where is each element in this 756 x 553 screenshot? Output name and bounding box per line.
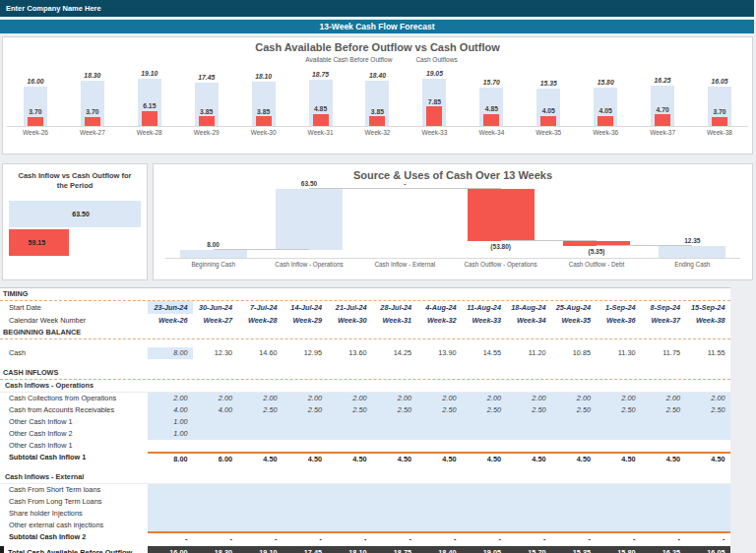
input-cell[interactable] <box>416 484 462 496</box>
input-cell[interactable]: 2.00 <box>641 393 686 404</box>
input-cell[interactable] <box>283 520 328 531</box>
input-cell[interactable] <box>148 508 193 520</box>
input-cell[interactable]: 2.50 <box>327 404 372 416</box>
input-cell[interactable] <box>596 484 641 496</box>
input-cell[interactable] <box>327 416 372 428</box>
input-cell[interactable] <box>506 508 551 520</box>
input-cell[interactable] <box>193 496 238 508</box>
input-cell[interactable] <box>596 496 641 508</box>
input-cell[interactable] <box>641 520 686 531</box>
input-cell[interactable]: 2.50 <box>462 404 507 416</box>
input-cell[interactable] <box>506 484 551 496</box>
input-cell[interactable]: 2.50 <box>283 404 328 416</box>
input-cell[interactable] <box>416 496 462 508</box>
input-cell[interactable] <box>283 484 328 496</box>
input-cell[interactable] <box>506 428 551 440</box>
input-cell[interactable] <box>416 428 462 440</box>
input-cell[interactable]: 2.00 <box>596 393 641 404</box>
input-cell[interactable] <box>237 508 283 520</box>
input-cell[interactable]: 2.00 <box>506 393 551 404</box>
input-cell[interactable] <box>685 508 730 520</box>
input-cell[interactable] <box>327 508 372 520</box>
input-cell[interactable] <box>462 520 507 531</box>
input-cell[interactable] <box>327 520 372 531</box>
input-cell[interactable] <box>685 428 730 440</box>
input-cell[interactable] <box>283 416 328 428</box>
input-cell[interactable] <box>596 508 641 520</box>
input-cell[interactable]: 2.00 <box>193 393 238 404</box>
input-cell[interactable] <box>283 428 328 440</box>
input-cell[interactable] <box>551 508 597 520</box>
input-cell[interactable] <box>237 496 283 508</box>
input-cell[interactable] <box>148 484 193 496</box>
input-cell[interactable] <box>416 416 462 428</box>
input-cell[interactable]: 2.50 <box>506 404 551 416</box>
input-cell[interactable] <box>193 484 238 496</box>
input-cell[interactable] <box>596 520 641 531</box>
input-cell[interactable] <box>148 520 193 531</box>
input-cell[interactable] <box>372 508 417 520</box>
input-cell[interactable] <box>506 416 551 428</box>
input-cell[interactable] <box>596 416 641 428</box>
input-cell[interactable] <box>462 416 507 428</box>
input-cell[interactable]: 2.00 <box>237 393 283 404</box>
input-cell[interactable] <box>193 520 238 531</box>
input-cell[interactable] <box>596 428 641 440</box>
input-cell[interactable]: 2.00 <box>372 393 417 404</box>
input-cell[interactable]: 4.00 <box>148 404 193 416</box>
input-cell[interactable]: 1.00 <box>148 416 193 428</box>
input-cell[interactable] <box>193 416 238 428</box>
company-name-input[interactable]: Enter Company Name Here <box>0 0 754 17</box>
input-cell[interactable]: 2.00 <box>327 393 372 404</box>
input-cell[interactable]: 2.50 <box>551 404 597 416</box>
input-cell[interactable] <box>237 428 283 440</box>
input-cell[interactable] <box>685 416 730 428</box>
input-cell[interactable] <box>685 484 730 496</box>
input-cell[interactable] <box>641 428 686 440</box>
input-cell[interactable] <box>372 520 417 531</box>
input-cell[interactable] <box>372 416 417 428</box>
input-cell[interactable] <box>685 496 730 508</box>
input-cell[interactable] <box>327 496 372 508</box>
input-cell[interactable] <box>641 508 686 520</box>
input-cell[interactable] <box>193 508 238 520</box>
input-cell[interactable]: 2.50 <box>685 404 730 416</box>
input-cell[interactable]: 2.50 <box>372 404 417 416</box>
input-cell[interactable] <box>372 428 417 440</box>
input-cell[interactable]: 2.00 <box>551 393 597 404</box>
date-cell[interactable]: 23-Jun-24 <box>148 301 193 314</box>
input-cell[interactable] <box>283 496 328 508</box>
input-cell[interactable] <box>283 508 328 520</box>
input-cell[interactable] <box>237 484 283 496</box>
input-cell[interactable]: 2.50 <box>237 404 283 416</box>
input-cell[interactable] <box>551 484 597 496</box>
input-cell[interactable] <box>506 520 551 531</box>
input-cell[interactable] <box>237 520 283 531</box>
input-cell[interactable] <box>462 508 507 520</box>
input-cell[interactable] <box>372 484 417 496</box>
input-cell[interactable] <box>462 496 507 508</box>
input-cell[interactable] <box>641 484 686 496</box>
input-cell[interactable]: 2.00 <box>685 393 730 404</box>
input-cell[interactable]: 2.00 <box>148 393 193 404</box>
input-cell[interactable] <box>462 484 507 496</box>
value-cell[interactable]: 8.00 <box>148 347 193 359</box>
input-cell[interactable]: 2.00 <box>283 393 328 404</box>
input-cell[interactable] <box>416 520 462 531</box>
input-cell[interactable] <box>641 416 686 428</box>
input-cell[interactable] <box>551 496 597 508</box>
input-cell[interactable]: 4.00 <box>193 404 238 416</box>
input-cell[interactable]: 2.50 <box>641 404 686 416</box>
input-cell[interactable] <box>641 496 686 508</box>
input-cell[interactable]: 2.00 <box>416 393 462 404</box>
input-cell[interactable] <box>551 416 597 428</box>
input-cell[interactable] <box>327 428 372 440</box>
input-cell[interactable] <box>462 428 507 440</box>
input-cell[interactable]: 1.00 <box>148 428 193 440</box>
input-cell[interactable]: 2.50 <box>596 404 641 416</box>
input-cell[interactable] <box>237 416 283 428</box>
input-cell[interactable] <box>551 428 597 440</box>
input-cell[interactable]: 2.00 <box>462 393 507 404</box>
input-cell[interactable]: 2.50 <box>416 404 462 416</box>
input-cell[interactable] <box>193 428 238 440</box>
